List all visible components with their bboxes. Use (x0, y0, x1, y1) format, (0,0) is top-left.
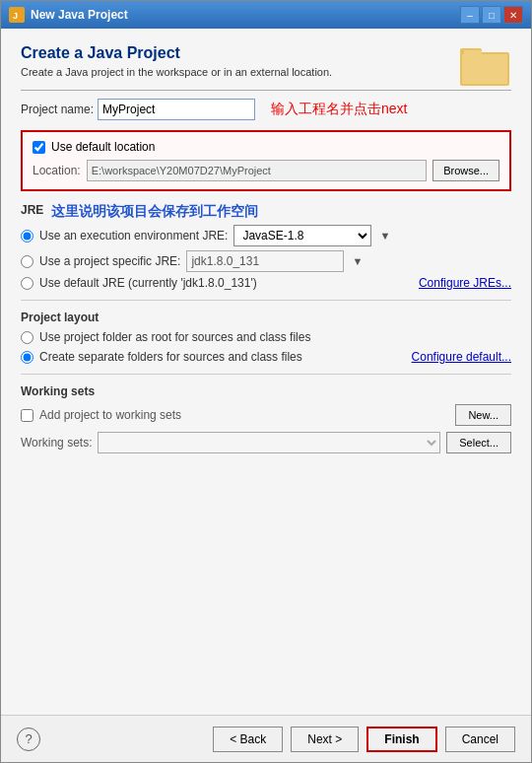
maximize-button[interactable]: □ (482, 6, 501, 24)
folder-icon (460, 44, 511, 88)
working-sets-select-label: Working sets: (21, 436, 92, 450)
title-bar: J New Java Project – □ ✕ (1, 1, 531, 29)
location-path-row: Location: Browse... (33, 160, 499, 181)
dialog-content: Create a Java Project Create a Java proj… (1, 29, 531, 715)
cancel-button[interactable]: Cancel (445, 727, 515, 752)
svg-rect-5 (464, 50, 482, 56)
jre-option2-arrow: ▼ (352, 255, 363, 267)
svg-rect-4 (462, 54, 507, 84)
jre-option3-radio[interactable] (21, 277, 33, 290)
default-location-checkbox[interactable] (33, 141, 45, 154)
default-location-row: Use default location (33, 140, 499, 154)
working-sets-combo[interactable] (98, 432, 440, 453)
browse-button[interactable]: Browse... (432, 160, 499, 181)
window-controls: – □ ✕ (460, 6, 523, 24)
annotation-next: 输入工程名并点击next (271, 101, 407, 118)
layout-option1-radio[interactable] (21, 331, 33, 344)
location-section: Use default location Location: Browse... (21, 130, 511, 191)
jre-section: JRE 这里说明该项目会保存到工作空间 Use an execution env… (21, 203, 511, 290)
jre-option1-row: Use an execution environment JRE: JavaSE… (21, 225, 511, 246)
working-sets-select-row: Working sets: Select... (21, 432, 511, 453)
jre-chinese-note: 这里说明该项目会保存到工作空间 (51, 203, 258, 221)
next-button[interactable]: Next > (291, 727, 359, 752)
layout-option2-label: Create separate folders for sources and … (39, 350, 302, 364)
jre-option3-label: Use default JRE (currently 'jdk1.8.0_131… (39, 276, 257, 290)
project-layout-section: Project layout Use project folder as roo… (21, 311, 511, 364)
jre-divider (21, 300, 511, 301)
layout-option1-label: Use project folder as root for sources a… (39, 330, 310, 344)
default-location-label: Use default location (51, 140, 155, 154)
configure-default-link[interactable]: Configure default... (412, 350, 511, 364)
location-input[interactable] (87, 160, 427, 181)
new-working-set-button[interactable]: New... (455, 404, 511, 426)
layout-divider (21, 374, 511, 375)
project-name-row: Project name: 输入工程名并点击next (21, 99, 511, 120)
project-layout-label: Project layout (21, 311, 511, 324)
main-window: J New Java Project – □ ✕ Create a Java P… (0, 0, 532, 763)
jre-header-row: JRE 这里说明该项目会保存到工作空间 (21, 203, 511, 221)
project-name-label: Project name: (21, 103, 94, 116)
jre-option2-radio[interactable] (21, 255, 33, 268)
layout-option2-row: Create separate folders for sources and … (21, 350, 511, 364)
finish-button[interactable]: Finish (366, 727, 436, 752)
page-title: Create a Java Project (21, 44, 511, 62)
jre-option1-radio[interactable] (21, 230, 33, 243)
page-subtitle: Create a Java project in the workspace o… (21, 66, 511, 78)
working-sets-checkbox-row: Add project to working sets New... (21, 404, 511, 426)
working-sets-label: Working sets (21, 384, 511, 398)
jre-section-label: JRE (21, 203, 43, 217)
window-icon: J (9, 7, 25, 23)
layout-option2-radio[interactable] (21, 351, 33, 364)
jre-option2-row: Use a project specific JRE: ▼ (21, 250, 511, 272)
window-title: New Java Project (31, 8, 460, 22)
jre-option2-label: Use a project specific JRE: (39, 254, 180, 268)
close-button[interactable]: ✕ (503, 6, 523, 24)
jre-dropdown-arrow: ▼ (379, 230, 390, 242)
configure-jres-link[interactable]: Configure JREs... (419, 276, 511, 290)
jre-option2-input[interactable] (186, 250, 344, 272)
dialog-footer: ? < Back Next > Finish Cancel (1, 715, 531, 762)
layout-option1-row: Use project folder as root for sources a… (21, 330, 511, 344)
jre-option1-label: Use an execution environment JRE: (39, 229, 228, 243)
location-label: Location: (33, 164, 81, 177)
jre-option1-select[interactable]: JavaSE-1.8 (233, 225, 371, 246)
select-working-set-button[interactable]: Select... (446, 432, 511, 453)
header-area: Create a Java Project Create a Java proj… (21, 44, 511, 91)
header-divider (21, 90, 511, 91)
svg-text:J: J (13, 11, 18, 21)
project-name-input[interactable] (98, 99, 255, 120)
working-sets-checkbox-label: Add project to working sets (39, 408, 181, 422)
jre-option3-row: Use default JRE (currently 'jdk1.8.0_131… (21, 276, 511, 290)
working-sets-checkbox[interactable] (21, 409, 33, 422)
working-sets-section: Working sets Add project to working sets… (21, 384, 511, 453)
back-button[interactable]: < Back (213, 727, 283, 752)
help-button[interactable]: ? (17, 728, 40, 751)
minimize-button[interactable]: – (460, 6, 480, 24)
